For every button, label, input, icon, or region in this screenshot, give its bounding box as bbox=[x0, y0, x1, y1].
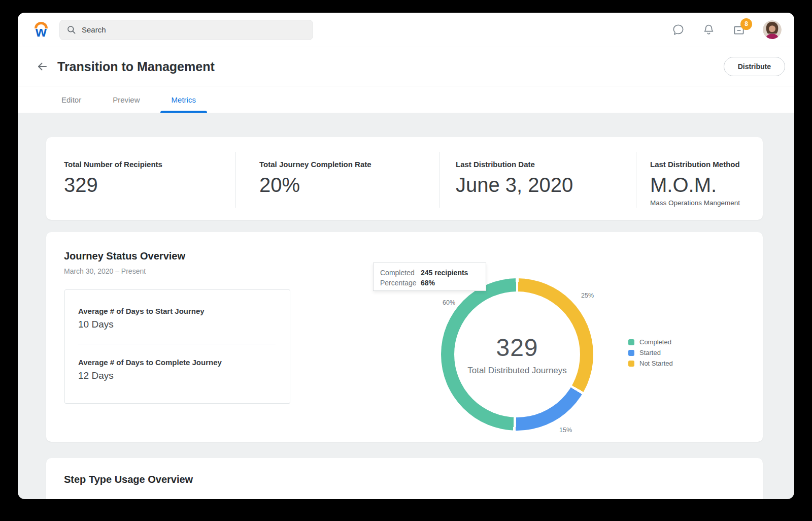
journey-date-range: March 30, 2020 – Present bbox=[64, 267, 146, 275]
journey-card-title: Journey Status Overview bbox=[64, 250, 185, 262]
legend-item-not-started: Not Started bbox=[628, 358, 673, 369]
donut-pct-completed: 60% bbox=[443, 299, 455, 306]
stat-label: Average # of Days to Start Journey bbox=[78, 307, 290, 315]
workday-logo[interactable]: w bbox=[31, 22, 51, 38]
tooltip-label: Percentage bbox=[380, 278, 421, 288]
stat-value: 10 Days bbox=[78, 319, 290, 330]
summary-label: Total Number of Recipients bbox=[64, 160, 235, 169]
legend-label: Started bbox=[639, 349, 661, 356]
tab-preview[interactable]: Preview bbox=[101, 86, 151, 113]
legend-swatch-not-started bbox=[628, 361, 634, 367]
legend-label: Completed bbox=[639, 338, 671, 346]
donut-pct-not-started: 25% bbox=[581, 292, 594, 299]
step-type-usage-card: Step Type Usage Overview bbox=[46, 458, 763, 499]
tooltip-value: 68% bbox=[421, 278, 435, 288]
chart-tooltip: Completed 245 recipients Percentage 68% bbox=[373, 263, 486, 291]
page-header: Transition to Management Distribute bbox=[18, 47, 794, 86]
metrics-content: Total Number of Recipients 329 Total Jou… bbox=[18, 113, 794, 499]
summary-card: Total Number of Recipients 329 Total Jou… bbox=[46, 137, 763, 220]
tab-editor[interactable]: Editor bbox=[50, 86, 92, 113]
search-icon bbox=[66, 25, 76, 35]
legend-swatch-completed bbox=[628, 339, 634, 345]
distribute-button[interactable]: Distribute bbox=[724, 57, 785, 76]
back-button[interactable] bbox=[36, 60, 48, 73]
journey-stats-box: Average # of Days to Start Journey 10 Da… bbox=[64, 289, 290, 404]
stat-value: 12 Days bbox=[78, 370, 290, 381]
journey-status-card: Journey Status Overview March 30, 2020 –… bbox=[46, 232, 763, 442]
tab-bar: Editor Preview Metrics bbox=[18, 86, 794, 113]
summary-last-distribution-method: Last Distribution Method M.O.M. Mass Ope… bbox=[636, 137, 763, 220]
summary-value: 329 bbox=[64, 174, 235, 196]
legend-item-started: Started bbox=[628, 347, 673, 358]
user-avatar[interactable] bbox=[763, 20, 782, 39]
avatar-image bbox=[763, 20, 782, 39]
inbox-badge: 8 bbox=[740, 18, 752, 30]
donut-total-label: Total Distributed Journeys bbox=[467, 366, 567, 376]
donut-ring[interactable]: 329 Total Distributed Journeys bbox=[441, 278, 593, 431]
tooltip-value: 245 recipients bbox=[421, 268, 468, 278]
summary-value: 20% bbox=[259, 174, 439, 196]
notifications-button[interactable] bbox=[702, 23, 715, 37]
summary-completion-rate: Total Journey Completion Rate 20% bbox=[236, 137, 439, 220]
summary-subtext: Mass Operations Mangement bbox=[650, 199, 763, 207]
chart-legend: Completed Started Not Started bbox=[628, 337, 673, 369]
stat-complete-journey: Average # of Days to Complete Journey 12… bbox=[78, 358, 290, 381]
tab-metrics[interactable]: Metrics bbox=[160, 86, 207, 113]
summary-recipients: Total Number of Recipients 329 bbox=[46, 137, 235, 220]
page-title: Transition to Management bbox=[57, 59, 215, 74]
workday-logo-letter: w bbox=[36, 26, 47, 38]
legend-item-completed: Completed bbox=[628, 337, 673, 347]
search-placeholder: Search bbox=[82, 25, 106, 34]
stat-label: Average # of Days to Complete Journey bbox=[78, 358, 290, 367]
summary-label: Last Distribution Date bbox=[456, 160, 636, 169]
app-window: w Search bbox=[18, 13, 794, 499]
summary-last-distribution-date: Last Distribution Date June 3, 2020 bbox=[439, 137, 636, 220]
donut-center: 329 Total Distributed Journeys bbox=[454, 291, 580, 417]
summary-value: M.O.M. bbox=[650, 174, 763, 196]
summary-label: Last Distribution Method bbox=[650, 160, 763, 169]
stat-start-journey: Average # of Days to Start Journey 10 Da… bbox=[78, 307, 290, 330]
search-input[interactable]: Search bbox=[59, 20, 313, 40]
donut-pct-started: 15% bbox=[559, 427, 572, 434]
inbox-button[interactable]: 8 bbox=[732, 23, 746, 37]
top-bar: w Search bbox=[18, 13, 794, 47]
legend-swatch-started bbox=[628, 350, 634, 356]
summary-label: Total Journey Completion Rate bbox=[259, 160, 439, 169]
tooltip-label: Completed bbox=[380, 268, 421, 278]
summary-value: June 3, 2020 bbox=[456, 174, 636, 196]
step-card-title: Step Type Usage Overview bbox=[64, 474, 763, 485]
chat-icon bbox=[672, 23, 685, 36]
back-arrow-icon bbox=[36, 60, 48, 73]
legend-label: Not Started bbox=[639, 360, 673, 367]
donut-total-value: 329 bbox=[496, 334, 538, 362]
chat-button[interactable] bbox=[671, 23, 685, 37]
divider bbox=[78, 344, 276, 344]
notifications-bell-icon bbox=[702, 23, 715, 36]
